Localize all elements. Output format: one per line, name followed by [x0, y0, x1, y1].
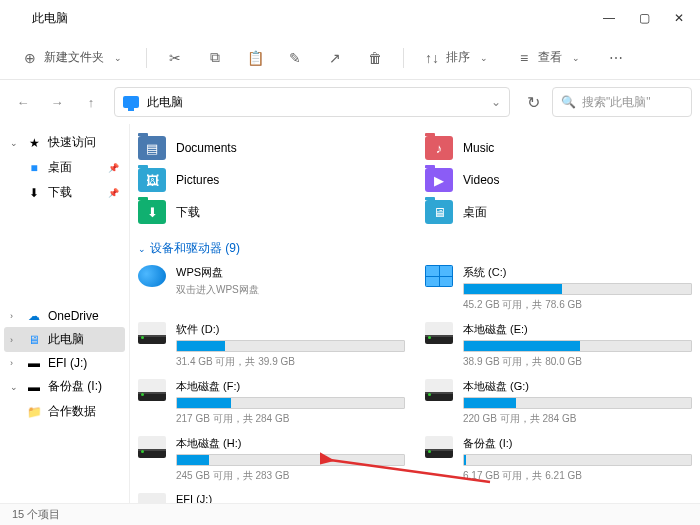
drive-item[interactable]: WPS网盘双击进入WPS网盘 — [138, 265, 405, 312]
downloads-icon: ⬇ — [138, 200, 166, 224]
usage-bar — [463, 283, 692, 295]
drive-stat: 245 GB 可用，共 283 GB — [176, 469, 405, 483]
drive-info: 软件 (D:)31.4 GB 可用，共 39.9 GB — [176, 322, 405, 369]
copy-icon: ⧉ — [207, 50, 223, 66]
drive-info: 系统 (C:)45.2 GB 可用，共 78.6 GB — [463, 265, 692, 312]
chevron-down-icon[interactable]: ⌄ — [491, 95, 501, 109]
copy-button[interactable]: ⧉ — [197, 44, 233, 72]
up-button[interactable]: ↑ — [76, 87, 106, 117]
cut-button[interactable]: ✂ — [157, 44, 193, 72]
sidebar-item-desktop[interactable]: ■ 桌面 📌 — [4, 155, 125, 180]
titlebar: 此电脑 — ▢ ✕ — [0, 0, 700, 36]
folder-music[interactable]: ♪Music — [425, 136, 692, 160]
sidebar-label: 快速访问 — [48, 134, 96, 151]
pin-icon: 📌 — [108, 188, 119, 198]
music-icon: ♪ — [425, 136, 453, 160]
drive-item[interactable]: 本地磁盘 (E:)38.9 GB 可用，共 80.0 GB — [425, 322, 692, 369]
forward-button[interactable]: → — [42, 87, 72, 117]
drive-item[interactable]: 本地磁盘 (F:)217 GB 可用，共 284 GB — [138, 379, 405, 426]
folder-desktop[interactable]: 🖥桌面 — [425, 200, 692, 224]
hdd-icon — [138, 322, 166, 344]
drive-item[interactable]: 备份盘 (I:)6.17 GB 可用，共 6.21 GB — [425, 436, 692, 483]
drive-item[interactable]: 系统 (C:)45.2 GB 可用，共 78.6 GB — [425, 265, 692, 312]
sidebar-item-coop[interactable]: 📁 合作数据 — [4, 399, 125, 424]
folder-label: 桌面 — [463, 204, 487, 221]
paste-button[interactable]: 📋 — [237, 44, 273, 72]
drive-item[interactable]: EFI (J:)109 MB 可用，共 449 MB — [138, 493, 405, 503]
close-button[interactable]: ✕ — [674, 11, 684, 25]
wps-icon — [138, 265, 166, 287]
address-text: 此电脑 — [147, 94, 183, 111]
drive-stat: 6.17 GB 可用，共 6.21 GB — [463, 469, 692, 483]
videos-icon: ▶ — [425, 168, 453, 192]
sidebar-label: 桌面 — [48, 159, 72, 176]
drive-stat: 31.4 GB 可用，共 39.9 GB — [176, 355, 405, 369]
hdd-icon — [138, 379, 166, 401]
drive-stat: 45.2 GB 可用，共 78.6 GB — [463, 298, 692, 312]
folder-documents[interactable]: ▤Documents — [138, 136, 405, 160]
delete-button[interactable]: 🗑 — [357, 44, 393, 72]
sidebar-item-downloads[interactable]: ⬇ 下载 📌 — [4, 180, 125, 205]
separator — [146, 48, 147, 68]
folder-label: Documents — [176, 141, 237, 155]
usage-bar — [176, 340, 405, 352]
rename-button[interactable]: ✎ — [277, 44, 313, 72]
view-button[interactable]: ≡ 查看 ⌄ — [506, 43, 594, 72]
chevron-down-icon: ⌄ — [10, 382, 20, 392]
new-folder-label: 新建文件夹 — [44, 49, 104, 66]
download-icon: ⬇ — [26, 186, 42, 200]
drive-icon: ▬ — [26, 380, 42, 394]
chevron-down-icon: ⌄ — [138, 244, 146, 254]
usage-bar — [463, 340, 692, 352]
drive-info: 备份盘 (I:)6.17 GB 可用，共 6.21 GB — [463, 436, 692, 483]
search-input[interactable]: 🔍 搜索"此电脑" — [552, 87, 692, 117]
folder-downloads[interactable]: ⬇下载 — [138, 200, 405, 224]
drive-info: 本地磁盘 (E:)38.9 GB 可用，共 80.0 GB — [463, 322, 692, 369]
maximize-button[interactable]: ▢ — [639, 11, 650, 25]
navbar: ← → ↑ 此电脑 ⌄ ↻ 🔍 搜索"此电脑" — [0, 80, 700, 124]
drive-name: EFI (J:) — [176, 493, 405, 503]
hdd-icon — [425, 379, 453, 401]
desktop-icon: 🖥 — [425, 200, 453, 224]
sidebar-item-this-pc[interactable]: › 🖥 此电脑 — [4, 327, 125, 352]
sidebar-label: 备份盘 (I:) — [48, 378, 102, 395]
sidebar-label: OneDrive — [48, 309, 99, 323]
paste-icon: 📋 — [247, 50, 263, 66]
new-folder-button[interactable]: ⊕ 新建文件夹 ⌄ — [12, 43, 136, 72]
usage-bar — [463, 397, 692, 409]
sidebar-item-efi[interactable]: › ▬ EFI (J:) — [4, 352, 125, 374]
drive-item[interactable]: 本地磁盘 (G:)220 GB 可用，共 284 GB — [425, 379, 692, 426]
toolbar: ⊕ 新建文件夹 ⌄ ✂ ⧉ 📋 ✎ ↗ 🗑 ↑↓ 排序 ⌄ ≡ 查看 ⌄ ⋯ — [0, 36, 700, 80]
back-button[interactable]: ← — [8, 87, 38, 117]
drive-item[interactable]: 软件 (D:)31.4 GB 可用，共 39.9 GB — [138, 322, 405, 369]
sidebar: ⌄ ★ 快速访问 ■ 桌面 📌 ⬇ 下载 📌 › ☁ OneDrive › 🖥 … — [0, 124, 130, 503]
folder-videos[interactable]: ▶Videos — [425, 168, 692, 192]
sidebar-item-quick-access[interactable]: ⌄ ★ 快速访问 — [4, 130, 125, 155]
statusbar: 15 个项目 — [0, 503, 700, 525]
sidebar-label: 合作数据 — [48, 403, 96, 420]
usage-bar — [463, 454, 692, 466]
folder-label: Music — [463, 141, 494, 155]
devices-header[interactable]: ⌄ 设备和驱动器 (9) — [138, 240, 692, 257]
address-bar[interactable]: 此电脑 ⌄ — [114, 87, 510, 117]
view-icon: ≡ — [516, 50, 532, 66]
drive-item[interactable]: 本地磁盘 (H:)245 GB 可用，共 283 GB — [138, 436, 405, 483]
minimize-button[interactable]: — — [603, 11, 615, 25]
folder-label: 下载 — [176, 204, 200, 221]
view-label: 查看 — [538, 49, 562, 66]
chevron-right-icon: › — [10, 335, 20, 345]
share-button[interactable]: ↗ — [317, 44, 353, 72]
window-controls: — ▢ ✕ — [603, 11, 692, 25]
sort-button[interactable]: ↑↓ 排序 ⌄ — [414, 43, 502, 72]
cloud-icon: ☁ — [26, 309, 42, 323]
more-button[interactable]: ⋯ — [598, 44, 634, 72]
drive-name: 备份盘 (I:) — [463, 436, 692, 451]
sidebar-item-onedrive[interactable]: › ☁ OneDrive — [4, 305, 125, 327]
pictures-icon: 🖼 — [138, 168, 166, 192]
folder-pictures[interactable]: 🖼Pictures — [138, 168, 405, 192]
rename-icon: ✎ — [287, 50, 303, 66]
refresh-button[interactable]: ↻ — [518, 87, 548, 117]
hdd-icon — [425, 436, 453, 458]
drive-info: EFI (J:)109 MB 可用，共 449 MB — [176, 493, 405, 503]
sidebar-item-backup[interactable]: ⌄ ▬ 备份盘 (I:) — [4, 374, 125, 399]
